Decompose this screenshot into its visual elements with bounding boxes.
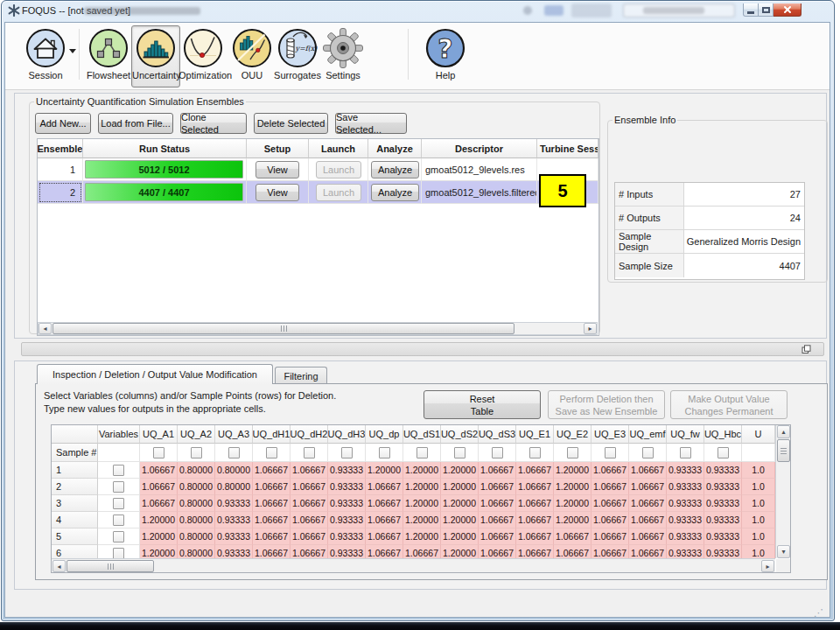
reset-table-button[interactable]: ResetTable	[424, 390, 541, 419]
splitter-handle[interactable]	[21, 342, 824, 356]
toolbar-item-ouu[interactable]: OUU	[228, 26, 276, 88]
value-cell[interactable]: 1.20000	[441, 462, 479, 479]
ensemble-row-2[interactable]: 24407 / 4407ViewLaunchAnalyzegmoat5012_9…	[38, 181, 598, 204]
value-cell[interactable]: 1.0	[742, 462, 775, 479]
value-cell[interactable]: 0.93333	[328, 462, 366, 479]
value-cell[interactable]: 1.20000	[366, 462, 403, 479]
value-cell[interactable]: 0.93333	[667, 512, 704, 528]
value-cell[interactable]: 0.93333	[215, 545, 253, 558]
value-cell[interactable]: 1.20000	[140, 528, 178, 545]
save-selected-button[interactable]: Save Selected...	[335, 113, 407, 134]
value-cell[interactable]: 1.06667	[479, 545, 516, 558]
session-dropdown-arrow-icon[interactable]	[69, 49, 76, 53]
value-cell[interactable]: 1.0	[742, 512, 775, 528]
value-cell[interactable]: 1.06667	[253, 495, 290, 512]
value-cell[interactable]: 1.06667	[516, 528, 554, 545]
value-cell[interactable]: 1.06667	[290, 462, 328, 479]
value-cell[interactable]: 1.06667	[629, 512, 667, 528]
column-select-checkbox[interactable]	[304, 447, 315, 458]
setup-view-button[interactable]: View	[256, 184, 299, 201]
column-select-checkbox[interactable]	[379, 447, 390, 458]
value-cell[interactable]: 1.06667	[403, 545, 441, 558]
value-cell[interactable]: 0.93333	[328, 512, 366, 528]
value-cell[interactable]: 0.93333	[215, 512, 253, 528]
value-cell[interactable]: 1.06667	[290, 495, 328, 512]
value-cell[interactable]: 0.93333	[704, 495, 742, 512]
scroll-right-arrow-icon[interactable]: ▸	[761, 560, 774, 572]
value-cell[interactable]: 1.06667	[592, 462, 629, 479]
close-button[interactable]	[774, 4, 802, 17]
value-cell[interactable]: 0.80000	[178, 495, 215, 512]
column-select-checkbox[interactable]	[153, 447, 164, 458]
row-select-checkbox[interactable]	[113, 531, 124, 542]
value-cell[interactable]: 0.93333	[667, 495, 704, 512]
column-select-checkbox[interactable]	[605, 447, 616, 458]
value-cell[interactable]: 1.06667	[516, 479, 554, 495]
value-cell[interactable]: 0.80000	[178, 462, 215, 479]
value-cell[interactable]: 0.80000	[178, 528, 215, 545]
toolbar-item-flowsheet[interactable]: Flowsheet	[84, 26, 133, 88]
resize-grip[interactable]: ⋰	[814, 607, 823, 619]
value-cell[interactable]: 1.06667	[366, 479, 403, 495]
column-select-checkbox[interactable]	[567, 447, 578, 458]
column-select-checkbox[interactable]	[416, 447, 428, 458]
value-cell[interactable]: 1.0	[742, 495, 775, 512]
toolbar-item-uncertainty[interactable]: Uncertainty	[131, 25, 180, 88]
value-cell[interactable]: 0.93333	[328, 495, 366, 512]
splitter-collapse-icon[interactable]	[802, 345, 811, 354]
value-cell[interactable]: 0.93333	[215, 495, 253, 512]
scroll-right-arrow-icon[interactable]: ▸	[584, 323, 597, 334]
toolbar-item-session[interactable]: Session	[21, 26, 70, 88]
value-cell[interactable]: 1.06667	[290, 545, 328, 558]
value-cell[interactable]: 1.06667	[366, 528, 403, 545]
setup-view-button[interactable]: View	[256, 161, 299, 178]
value-cell[interactable]: 1.20000	[140, 545, 178, 558]
value-cell[interactable]: 1.06667	[516, 545, 554, 558]
value-cell[interactable]: 1.06667	[516, 512, 554, 528]
value-cell[interactable]: 1.06667	[479, 479, 516, 495]
row-select-checkbox[interactable]	[113, 514, 124, 526]
value-cell[interactable]: 1.06667	[516, 462, 554, 479]
column-select-checkbox[interactable]	[454, 447, 466, 458]
delete-selected-button[interactable]: Delete Selected	[254, 113, 328, 134]
scroll-down-arrow-icon[interactable]: ▾	[777, 545, 790, 558]
data-table-vscrollbar-thumb[interactable]	[777, 439, 790, 462]
value-cell[interactable]: 1.0	[742, 528, 775, 545]
value-cell[interactable]: 1.20000	[403, 462, 441, 479]
value-cell[interactable]: 0.93333	[667, 545, 704, 558]
value-cell[interactable]: 1.20000	[554, 462, 592, 479]
value-cell[interactable]: 1.06667	[554, 528, 592, 545]
value-cell[interactable]: 1.06667	[629, 495, 667, 512]
value-cell[interactable]: 0.93333	[328, 479, 366, 495]
value-cell[interactable]: 1.06667	[592, 545, 629, 558]
column-select-checkbox[interactable]	[718, 447, 729, 458]
tab-filtering[interactable]: Filtering	[275, 367, 327, 384]
value-cell[interactable]: 1.20000	[403, 528, 441, 545]
tab-inspection-deletion[interactable]: Inspection / Deletion / Output Value Mod…	[37, 364, 273, 384]
value-cell[interactable]: 1.06667	[140, 462, 178, 479]
value-cell[interactable]: 0.93333	[704, 462, 742, 479]
value-cell[interactable]: 1.06667	[629, 528, 667, 545]
row-select-checkbox[interactable]	[113, 481, 124, 493]
value-cell[interactable]: 1.06667	[366, 545, 403, 558]
value-cell[interactable]: 0.93333	[704, 545, 742, 558]
value-cell[interactable]: 0.93333	[667, 528, 704, 545]
value-cell[interactable]: 1.06667	[290, 479, 328, 495]
column-select-checkbox[interactable]	[266, 447, 277, 458]
maximize-button[interactable]	[759, 4, 774, 17]
value-cell[interactable]: 1.0	[742, 479, 775, 495]
clone-selected-button[interactable]: Clone Selected	[180, 113, 247, 134]
value-cell[interactable]: 1.0	[742, 545, 775, 558]
toolbar-item-settings[interactable]: Settings	[318, 26, 368, 88]
value-cell[interactable]: 0.93333	[215, 528, 253, 545]
value-cell[interactable]: 1.06667	[253, 528, 290, 545]
value-cell[interactable]: 1.06667	[479, 495, 516, 512]
column-select-checkbox[interactable]	[228, 447, 240, 458]
column-select-checkbox[interactable]	[680, 447, 691, 458]
toolbar-item-optimization[interactable]: Optimization	[178, 26, 228, 88]
value-cell[interactable]: 1.06667	[479, 528, 516, 545]
value-cell[interactable]: 1.06667	[253, 545, 290, 558]
data-table-hscrollbar-thumb[interactable]	[66, 560, 154, 572]
value-cell[interactable]: 1.06667	[516, 495, 554, 512]
value-cell[interactable]: 1.06667	[629, 545, 667, 558]
